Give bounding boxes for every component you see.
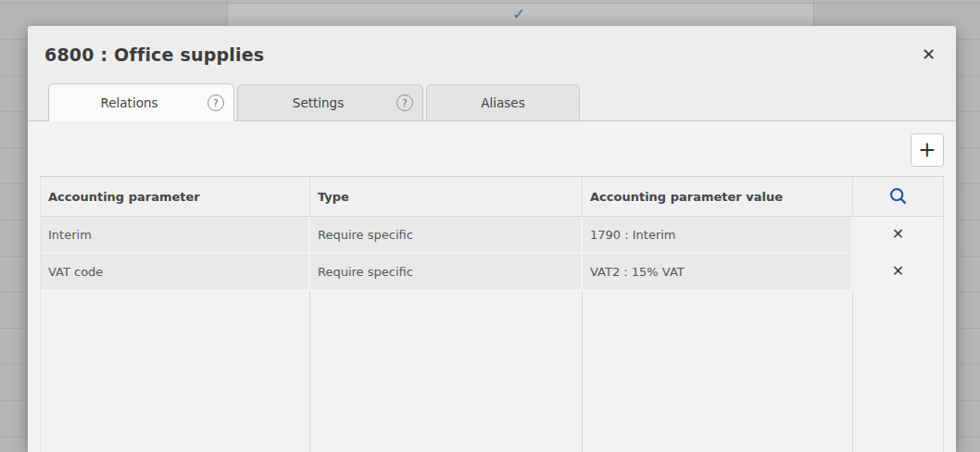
add-relation-button[interactable]: +	[911, 133, 944, 167]
dialog-title: 6800 : Office supplies	[44, 44, 916, 65]
column-header-accounting-parameter-value[interactable]: Accounting parameter value	[583, 177, 853, 217]
checkmark-icon: ✓	[512, 5, 525, 23]
table-row-cell[interactable]: VAT2 : 15% VAT	[583, 254, 853, 291]
table-row-cell[interactable]: VAT code	[41, 254, 310, 291]
table-row-cell[interactable]: Require specific	[310, 254, 583, 291]
delete-icon[interactable]: ✕	[892, 227, 904, 242]
account-dialog: 6800 : Office supplies ✕ Relations ? Set…	[28, 26, 956, 452]
tab-aliases[interactable]: Aliases	[426, 84, 580, 120]
help-icon[interactable]: ?	[396, 94, 413, 111]
column-header-accounting-parameter[interactable]: Accounting parameter	[41, 177, 310, 217]
empty-table-area	[310, 291, 583, 452]
help-icon[interactable]: ?	[207, 94, 224, 111]
table-toolbar: +	[40, 121, 944, 176]
delete-icon[interactable]: ✕	[892, 264, 904, 279]
screen: ✓ 6800 : Office supplies ✕ Relations ? S…	[0, 0, 980, 452]
empty-table-area	[41, 291, 310, 452]
search-icon[interactable]	[888, 186, 909, 207]
tab-settings-label: Settings	[293, 95, 344, 110]
table-row-cell[interactable]: 1790 : Interim	[583, 217, 853, 254]
tab-strip: Relations ? Settings ? Aliases	[28, 83, 956, 121]
relations-table: Accounting parameter Type Accounting par…	[40, 176, 944, 452]
dialog-header: 6800 : Office supplies ✕	[28, 26, 956, 83]
table-row-actions: ✕	[853, 217, 943, 254]
table-row-cell[interactable]: Interim	[41, 217, 310, 254]
empty-table-area	[583, 291, 853, 452]
tab-relations[interactable]: Relations ?	[48, 83, 234, 121]
close-icon[interactable]: ✕	[916, 44, 941, 65]
column-header-type[interactable]: Type	[310, 177, 583, 217]
tab-settings[interactable]: Settings ?	[237, 84, 423, 120]
table-row-actions: ✕	[853, 254, 943, 291]
tab-relations-label: Relations	[101, 95, 158, 110]
tab-content-relations: + Accounting parameter Type Accounting p…	[28, 121, 956, 452]
column-header-actions	[853, 177, 943, 217]
table-row-cell[interactable]: Require specific	[310, 217, 583, 254]
empty-table-area	[853, 291, 943, 452]
tab-aliases-label: Aliases	[481, 95, 524, 110]
